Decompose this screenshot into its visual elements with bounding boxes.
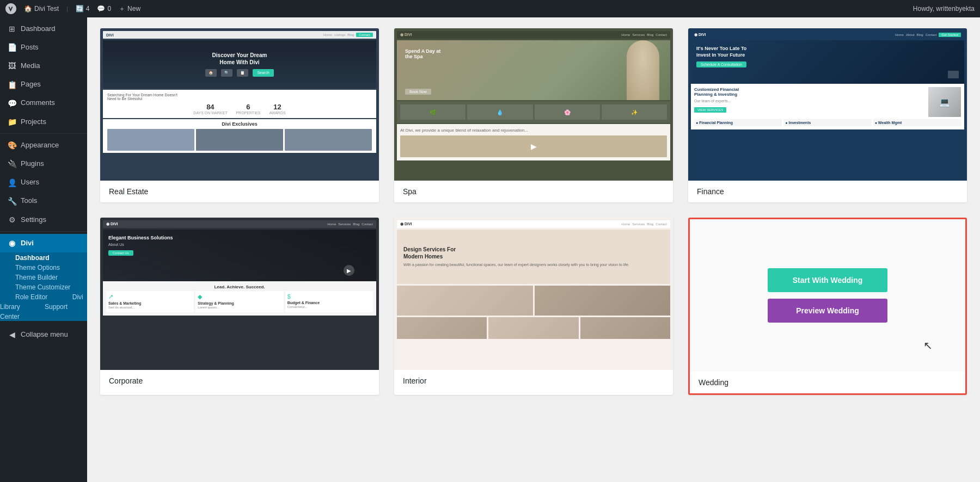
fin-card-img: 💻	[928, 87, 961, 117]
sidebar-item-dashboard[interactable]: ⊞ Dashboard	[0, 20, 87, 38]
spa-hero-text: Spend A Day atthe Spa	[405, 48, 440, 59]
theme-preview-interior: ◉ DIVI HomeServicesBlogContact Design Se…	[394, 218, 673, 370]
sidebar-item-media[interactable]: 🖼 Media	[0, 57, 87, 75]
int-img-1	[397, 286, 533, 316]
theme-card-interior[interactable]: ◉ DIVI HomeServicesBlogContact Design Se…	[394, 218, 673, 395]
re-img-1	[107, 129, 194, 151]
sidebar: ⊞ Dashboard 📄 Posts 🖼 Media 📋 Pages 💬 Co…	[0, 17, 87, 482]
int-img-3	[397, 317, 487, 339]
divi-icon: ◉	[8, 238, 16, 248]
fin-shape	[948, 71, 959, 78]
corp-section: Lead. Achieve. Succeed. ↗ Sales & Market…	[103, 281, 376, 316]
sidebar-label-pages: Pages	[21, 80, 41, 89]
updates-icon: 🔄	[76, 5, 84, 13]
sidebar-item-tools[interactable]: 🔧 Tools	[0, 192, 87, 211]
posts-icon: 📄	[8, 42, 16, 52]
re-cta: Search	[253, 69, 273, 77]
spa-nav: HomeServicesBlogContact	[621, 33, 667, 36]
re-hero-text: Discover Your DreamHome With Divi	[212, 52, 267, 66]
sidebar-label-media: Media	[21, 61, 40, 71]
sidebar-item-divi[interactable]: ◉ Divi	[0, 234, 87, 252]
corp-play: ▶	[344, 265, 354, 276]
re-stat-1: 84DAYS ON MARKET	[193, 103, 227, 115]
int-nav: HomeServicesBlogContact	[621, 223, 667, 226]
spa-features: 🌿 💧 🌸 ✨	[397, 101, 670, 123]
sidebar-label-divi: Divi	[21, 239, 34, 248]
sidebar-item-users[interactable]: 👤 Users	[0, 174, 87, 192]
int-images2	[397, 317, 670, 339]
media-icon: 🖼	[8, 61, 16, 71]
sidebar-item-comments[interactable]: 💬 Comments	[0, 94, 87, 113]
fin-card-title: Customized FinancialPlanning & Investing	[694, 87, 925, 97]
site-name-item[interactable]: 🏠 Divi Test	[24, 5, 59, 13]
projects-icon: 📁	[8, 117, 16, 127]
settings-icon: ⚙	[8, 215, 16, 225]
sidebar-item-appearance[interactable]: 🎨 Appearance	[0, 136, 87, 155]
sidebar-label-users: Users	[21, 178, 39, 187]
sidebar-item-collapse[interactable]: ◀ Collapse menu	[0, 325, 87, 344]
theme-label-corporate: Corporate	[100, 370, 379, 392]
plus-icon: ＋	[119, 4, 125, 14]
sidebar-label-dashboard: Dashboard	[21, 24, 56, 34]
new-label: New	[127, 5, 140, 13]
themes-grid: DIVI HomeListingsBlogContact Discover Yo…	[100, 28, 967, 395]
spa-about: At Divi, we provide a unique blend of re…	[397, 124, 670, 160]
comments-icon: 💬	[97, 5, 105, 13]
spa-hero: Spend A Day atthe Spa Book Now	[397, 40, 670, 100]
re-section-title: Divi Exclusives	[107, 121, 372, 127]
sidebar-item-projects[interactable]: 📁 Projects	[0, 113, 87, 131]
corp-col-1: ↗ Sales & Marketing Sed do eiusmod...	[106, 291, 194, 312]
divi-main-item[interactable]: ◉ Divi	[0, 234, 87, 252]
theme-card-corporate[interactable]: ◉ DIVI HomeServicesBlogContact Elegant B…	[100, 218, 379, 395]
updates-item[interactable]: 🔄 4	[76, 5, 90, 13]
int-img-4	[488, 317, 578, 339]
fin-white: Customized FinancialPlanning & Investing…	[691, 84, 964, 129]
wp-logo-item[interactable]	[5, 3, 16, 14]
pages-icon: 📋	[8, 80, 16, 90]
sidebar-item-pages[interactable]: 📋 Pages	[0, 76, 87, 94]
corp-hero: Elegant Business Solutions About Us Cont…	[103, 230, 376, 281]
theme-label-real-estate: Real Estate	[100, 181, 379, 202]
new-item[interactable]: ＋ New	[119, 4, 140, 14]
sidebar-item-settings[interactable]: ⚙ Settings	[0, 211, 87, 229]
theme-card-real-estate[interactable]: DIVI HomeListingsBlogContact Discover Yo…	[100, 28, 379, 202]
theme-card-wedding[interactable]: Start With Wedding Preview Wedding ↖ Wed…	[688, 218, 967, 395]
tools-icon: 🔧	[8, 196, 16, 206]
sidebar-item-posts[interactable]: 📄 Posts	[0, 38, 87, 57]
start-with-wedding-button[interactable]: Start With Wedding	[768, 268, 887, 292]
sidebar-item-plugins[interactable]: 🔌 Plugins	[0, 155, 87, 173]
fin-services: ● Financial Planning ● Investments ● Wea…	[694, 119, 961, 126]
re-stat-2: 6PROPERTIES	[236, 103, 260, 115]
sidebar-label-plugins: Plugins	[21, 159, 44, 169]
preview-wedding-button[interactable]: Preview Wedding	[768, 299, 887, 323]
comments-item[interactable]: 💬 0	[97, 5, 111, 13]
fin-card-text: Our team of experts...	[694, 98, 925, 103]
re-icon1: 🏠	[205, 69, 217, 77]
comments-sidebar-icon: 💬	[8, 98, 16, 108]
sidebar-divider-1	[0, 133, 87, 134]
wedding-actions: Start With Wedding Preview Wedding	[757, 219, 898, 372]
theme-label-interior: Interior	[394, 370, 673, 392]
sidebar-label-posts: Posts	[21, 43, 39, 52]
theme-label-spa: Spa	[394, 181, 673, 202]
updates-count: 4	[86, 5, 90, 13]
corp-cta: Contact Us	[108, 250, 133, 256]
corp-title: Elegant Business Solutions	[108, 235, 371, 242]
fin-view-btn: VIEW SERVICES	[694, 107, 726, 113]
re-img-3	[285, 129, 372, 151]
int-img-2	[535, 286, 671, 316]
cursor-icon: ↖	[923, 339, 933, 352]
int-images	[397, 286, 670, 316]
fin-btn: Schedule A Consultation	[696, 61, 746, 67]
home-icon: 🏠	[24, 5, 32, 13]
re-nav: HomeListingsBlogContact	[323, 33, 373, 37]
re-img-2	[196, 129, 283, 151]
dashboard-icon: ⊞	[8, 24, 16, 34]
comments-count: 0	[107, 5, 111, 13]
re-sub-text: Searching For Your Dream Home Doesn'tNee…	[107, 93, 372, 101]
sidebar-label-projects: Projects	[21, 118, 46, 127]
int-hero: Design Services ForModern Homes With a p…	[397, 230, 670, 284]
theme-card-finance[interactable]: ◉ DIVI HomeAboutBlogContactGet Started I…	[688, 28, 967, 202]
theme-card-spa[interactable]: ◉ DIVI HomeServicesBlogContact Spend A	[394, 28, 673, 202]
re-icon3: 📋	[237, 69, 248, 77]
